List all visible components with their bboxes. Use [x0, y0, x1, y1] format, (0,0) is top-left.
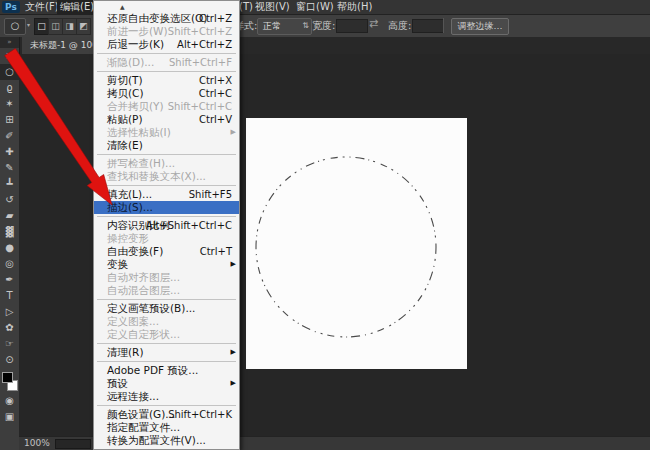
menu-item-convert-to-profile[interactable]: 转换为配置文件(V)...	[94, 434, 239, 447]
menu-item-auto-align-layers[interactable]: 自动对齐图层...	[94, 271, 239, 284]
elliptical-marquee-tool-icon[interactable]: ○	[0, 64, 19, 80]
crop-tool-icon[interactable]: ⊞	[0, 112, 19, 128]
healing-brush-tool-icon[interactable]: ✚	[0, 144, 19, 160]
foreground-color-swatch[interactable]	[2, 372, 13, 383]
color-swatches	[0, 369, 19, 393]
move-tool-icon[interactable]: ➤	[0, 48, 19, 64]
menu-item-shortcut: Shift+Ctrl+C	[168, 100, 232, 113]
menu-item-content-aware-scale[interactable]: 内容识别比例Alt+Shift+Ctrl+C	[94, 219, 239, 232]
add-to-selection-button[interactable]: ◫	[48, 18, 63, 35]
menu-item-shortcut: Shift+F5	[189, 188, 232, 201]
menu-item-free-transform[interactable]: 自由变换(F)Ctrl+T	[94, 245, 239, 258]
menu-item-shortcut: Ctrl+X	[199, 74, 232, 87]
menu-item-transform[interactable]: 变换▶	[94, 258, 239, 271]
menu-item-color-settings[interactable]: 颜色设置(G)...Shift+Ctrl+K	[94, 408, 239, 421]
dodge-tool-icon[interactable]: ◎	[0, 256, 19, 272]
current-tool-icon[interactable]: ○	[4, 18, 26, 35]
elliptical-selection-marching-ants	[246, 118, 467, 369]
menu-item-puppet-warp[interactable]: 操控变形	[94, 232, 239, 245]
menu-scroll-up-arrow[interactable]: ▲	[94, 2, 239, 12]
zoom-tool-icon[interactable]: ⊙	[0, 352, 19, 368]
screen-mode-icon[interactable]: ▣	[0, 409, 19, 425]
height-input[interactable]	[412, 19, 444, 33]
menu-item-define-brush-preset[interactable]: 定义画笔预设(B)...	[94, 302, 239, 315]
menu-item-label: 渐隐(D)...	[107, 56, 154, 68]
eyedropper-tool-icon[interactable]: ✐	[0, 128, 19, 144]
menubar-item-help[interactable]: 帮助(H)	[334, 0, 375, 14]
menu-item-label: 清除(E)	[107, 139, 143, 151]
menu-item-label: Adobe PDF 预设...	[107, 364, 198, 376]
menu-item-shortcut: Shift+Ctrl+F	[169, 56, 232, 69]
type-tool-icon[interactable]: T	[0, 288, 19, 304]
menu-item-label: 拼写检查(H)...	[107, 157, 175, 169]
menu-item-stroke[interactable]: 描边(S)...	[94, 201, 239, 214]
style-select[interactable]: 正常 ⇅	[257, 18, 312, 35]
menu-item-shortcut: Alt+Shift+Ctrl+C	[146, 219, 232, 232]
menu-item-cut[interactable]: 剪切(T)Ctrl+X	[94, 74, 239, 87]
hand-tool-icon[interactable]: ☞	[0, 336, 19, 352]
options-divider	[443, 18, 444, 33]
menu-item-label: 剪切(T)	[107, 74, 143, 86]
tool-bar: » ➤○ϱ✶⊞✐✚✎┻↺▰▓●◎✒T▷✿☞⊙ ◉▣	[0, 37, 20, 450]
zoom-level[interactable]: 100%	[24, 438, 50, 448]
menu-item-define-pattern[interactable]: 定义图案...	[94, 315, 239, 328]
path-selection-tool-icon[interactable]: ▷	[0, 304, 19, 320]
lasso-tool-icon[interactable]: ϱ	[0, 80, 19, 96]
menu-item-label: 指定配置文件...	[107, 421, 180, 433]
blur-tool-icon[interactable]: ●	[0, 240, 19, 256]
history-brush-tool-icon[interactable]: ↺	[0, 192, 19, 208]
menubar-item-file[interactable]: 文件(F)	[22, 0, 62, 14]
menu-item-label: 预设	[107, 377, 128, 389]
edit-menu-items: 还原自由变换选区(O)Ctrl+Z前进一步(W)Shift+Ctrl+Z后退一步…	[94, 12, 239, 447]
menu-item-remote-connections[interactable]: 远程连接...	[94, 390, 239, 403]
menu-item-presets[interactable]: 预设▶	[94, 377, 239, 390]
menu-item-label: 颜色设置(G)...	[107, 408, 175, 420]
menu-item-clear[interactable]: 清除(E)	[94, 139, 239, 152]
toolbar-collapse-button[interactable]: »	[0, 37, 19, 48]
menu-item-auto-blend-layers[interactable]: 自动混合图层...	[94, 284, 239, 297]
width-input[interactable]	[336, 19, 368, 33]
gradient-tool-icon[interactable]: ▓	[0, 224, 19, 240]
menu-item-adobe-pdf-presets[interactable]: Adobe PDF 预设...	[94, 364, 239, 377]
swap-width-height-icon[interactable]: ⇄	[369, 17, 378, 30]
menu-item-find-and-replace-text[interactable]: 查找和替换文本(X)...	[94, 170, 239, 183]
eraser-tool-icon[interactable]: ▰	[0, 208, 19, 224]
menu-item-check-spelling[interactable]: 拼写检查(H)...	[94, 157, 239, 170]
new-selection-button[interactable]: □	[34, 18, 49, 35]
menu-item-paste-special[interactable]: 选择性粘贴(I)▶	[94, 126, 239, 139]
menu-item-shortcut: Ctrl+T	[200, 245, 232, 258]
stepper-arrows-icon: ⇅	[302, 19, 309, 33]
menu-item-shortcut: Shift+Ctrl+Z	[168, 25, 232, 38]
brush-tool-icon[interactable]: ✎	[0, 160, 19, 176]
edit-menu-dropdown: ▲ 还原自由变换选区(O)Ctrl+Z前进一步(W)Shift+Ctrl+Z后退…	[93, 0, 240, 450]
menu-item-purge[interactable]: 清理(R)▶	[94, 346, 239, 359]
menu-item-paste[interactable]: 粘贴(P)Ctrl+V	[94, 113, 239, 126]
document-canvas[interactable]	[246, 118, 467, 369]
clone-stamp-tool-icon[interactable]: ┻	[0, 176, 19, 192]
menu-item-label: 还原自由变换选区(O)	[107, 12, 207, 24]
document-info-box[interactable]	[55, 439, 91, 449]
menu-item-step-forward[interactable]: 前进一步(W)Shift+Ctrl+Z	[94, 25, 239, 38]
menu-item-fill[interactable]: 填充(L)...Shift+F5	[94, 188, 239, 201]
menu-item-undo-free-transform-selection[interactable]: 还原自由变换选区(O)Ctrl+Z	[94, 12, 239, 25]
menu-item-assign-profile[interactable]: 指定配置文件...	[94, 421, 239, 434]
custom-shape-tool-icon[interactable]: ✿	[0, 320, 19, 336]
refine-edge-button[interactable]: 调整边缘…	[451, 18, 509, 35]
menubar-item-view[interactable]: 视图(V)	[252, 0, 293, 14]
tool-preset-caret-icon[interactable]: ▾	[27, 21, 30, 28]
menu-item-copy[interactable]: 拷贝(C)Ctrl+C	[94, 87, 239, 100]
intersect-selection-button[interactable]: ◩	[76, 18, 91, 35]
menu-item-copy-merged[interactable]: 合并拷贝(Y)Shift+Ctrl+C	[94, 100, 239, 113]
quick-mask-icon[interactable]: ◉	[0, 393, 19, 409]
menu-item-fade[interactable]: 渐隐(D)...Shift+Ctrl+F	[94, 56, 239, 69]
menubar-item-window[interactable]: 窗口(W)	[293, 0, 337, 14]
menubar-item-edit[interactable]: 编辑(E)	[57, 0, 97, 14]
subtract-from-selection-button[interactable]: ◨	[62, 18, 77, 35]
photoshop-window: Ps 文件(F)编辑(E)滤镜(T)视图(V)窗口(W)帮助(H) ○ ▾ □◫…	[0, 0, 650, 450]
menu-item-step-backward[interactable]: 后退一步(K)Alt+Ctrl+Z	[94, 38, 239, 51]
pen-tool-icon[interactable]: ✒	[0, 272, 19, 288]
menu-item-define-custom-shape[interactable]: 定义自定形状...	[94, 328, 239, 341]
toolbar-extras: ◉▣	[0, 393, 19, 425]
menu-item-label: 定义自定形状...	[107, 328, 180, 340]
magic-wand-tool-icon[interactable]: ✶	[0, 96, 19, 112]
